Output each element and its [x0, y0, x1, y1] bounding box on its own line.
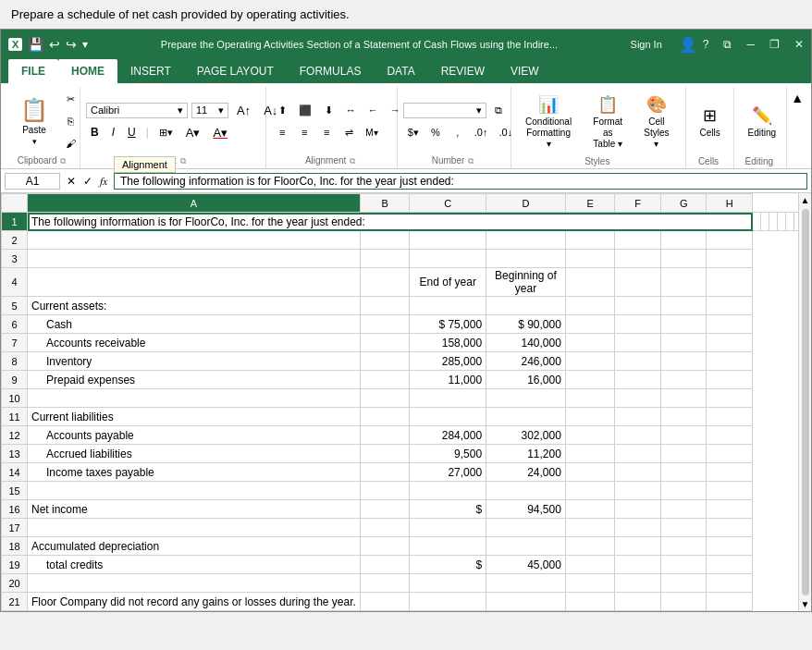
row-header-15[interactable]: 15	[2, 482, 28, 500]
tab-view[interactable]: VIEW	[498, 59, 552, 83]
cell-F20[interactable]	[615, 574, 660, 593]
vertical-scrollbar[interactable]: ▲ ▼	[798, 193, 811, 611]
cell-A15[interactable]	[28, 482, 361, 500]
cell-F4[interactable]	[615, 268, 660, 297]
paste-button[interactable]: 📋 Paste ▾	[12, 95, 56, 147]
cell-C18[interactable]	[410, 537, 486, 556]
cell-G12[interactable]	[660, 426, 706, 445]
increase-font-button[interactable]: A↑	[232, 100, 255, 120]
cell-E11[interactable]	[565, 408, 615, 426]
cell-D20[interactable]	[486, 574, 566, 593]
cell-C14[interactable]: 27,000	[410, 463, 486, 482]
row-header-7[interactable]: 7	[2, 334, 28, 352]
cell-D11[interactable]	[486, 408, 566, 426]
cell-H13[interactable]	[707, 445, 753, 463]
cell-A9[interactable]: Prepaid expenses	[28, 371, 361, 389]
cell-H5[interactable]	[707, 297, 753, 315]
row-header-18[interactable]: 18	[2, 537, 28, 556]
row-header-1[interactable]: 1	[2, 213, 28, 231]
row-header-21[interactable]: 21	[2, 593, 28, 611]
align-top-button[interactable]: ⬆	[272, 100, 292, 120]
cell-F3[interactable]	[615, 250, 660, 268]
cell-E2[interactable]	[565, 231, 615, 250]
cell-A16[interactable]: Net income	[28, 500, 361, 519]
cell-G6[interactable]	[660, 315, 706, 334]
cell-A4[interactable]	[28, 268, 361, 297]
cell-C2[interactable]	[410, 231, 486, 250]
cell-G14[interactable]	[660, 463, 706, 482]
alignment-expand-icon[interactable]: ⧉	[349, 155, 356, 166]
align-bottom-button[interactable]: ⬇	[318, 100, 338, 120]
text-direction-button[interactable]: ↔	[340, 100, 361, 120]
cell-A12[interactable]: Accounts payable	[28, 426, 361, 445]
ribbon-collapse-button[interactable]: ▲	[791, 87, 804, 105]
cell-B11[interactable]	[360, 408, 410, 426]
borders-button[interactable]: ⊞▾	[154, 122, 178, 142]
cell-C10[interactable]	[410, 389, 486, 408]
row-header-19[interactable]: 19	[2, 556, 28, 574]
cell-D15[interactable]	[486, 482, 566, 500]
cell-F6[interactable]	[615, 315, 660, 334]
cell-B6[interactable]	[360, 315, 410, 334]
restore-icon[interactable]: ⧉	[723, 38, 732, 51]
formula-input[interactable]	[114, 173, 807, 190]
cell-C3[interactable]	[410, 250, 486, 268]
redo-icon[interactable]: ↪	[66, 37, 77, 52]
number-expand-btn[interactable]: ⧉	[467, 155, 474, 166]
cell-H20[interactable]	[707, 574, 753, 593]
cell-G5[interactable]	[660, 297, 706, 315]
cell-D7[interactable]: 140,000	[486, 334, 566, 352]
tab-page-layout[interactable]: PAGE LAYOUT	[184, 59, 287, 83]
cell-D6[interactable]: $ 90,000	[486, 315, 566, 334]
cell-A7[interactable]: Accounts receivable	[28, 334, 361, 352]
cell-C19[interactable]: $	[410, 556, 486, 574]
tab-data[interactable]: DATA	[374, 59, 427, 83]
cell-D16[interactable]: 94,500	[486, 500, 566, 519]
col-header-d[interactable]: D	[486, 194, 566, 213]
cell-B7[interactable]	[360, 334, 410, 352]
cancel-formula-button[interactable]: ✕	[64, 175, 79, 188]
cell-G15[interactable]	[660, 482, 706, 500]
scroll-up-button[interactable]: ▲	[799, 193, 811, 207]
cell-F1[interactable]	[786, 213, 794, 231]
scroll-thumb[interactable]	[802, 209, 809, 595]
cell-B4[interactable]	[360, 268, 410, 297]
col-header-e[interactable]: E	[565, 194, 615, 213]
cell-B17[interactable]	[360, 519, 410, 537]
sign-in-link[interactable]: Sign In	[631, 39, 662, 50]
cell-C8[interactable]: 285,000	[410, 352, 486, 371]
cell-F5[interactable]	[615, 297, 660, 315]
cell-C5[interactable]	[410, 297, 486, 315]
row-header-17[interactable]: 17	[2, 519, 28, 537]
cell-H11[interactable]	[707, 408, 753, 426]
cell-B14[interactable]	[360, 463, 410, 482]
cell-E1[interactable]	[778, 213, 786, 231]
italic-button[interactable]: I	[107, 123, 119, 141]
cell-C9[interactable]: 11,000	[410, 371, 486, 389]
cell-H10[interactable]	[707, 389, 753, 408]
tab-insert[interactable]: INSERT	[117, 59, 184, 83]
cell-H18[interactable]	[707, 537, 753, 556]
row-header-5[interactable]: 5	[2, 297, 28, 315]
customize-icon[interactable]: ▾	[82, 38, 88, 51]
cell-F8[interactable]	[615, 352, 660, 371]
increase-decimal-button[interactable]: .0↑	[470, 122, 493, 142]
cell-A14[interactable]: Income taxes payable	[28, 463, 361, 482]
cell-F18[interactable]	[615, 537, 660, 556]
cell-E8[interactable]	[565, 352, 615, 371]
insert-function-button[interactable]: 𝑓𝑥	[97, 175, 110, 188]
format-painter-button[interactable]: 🖌	[60, 133, 80, 153]
cell-A19[interactable]: total credits	[28, 556, 361, 574]
cell-D12[interactable]: 302,000	[486, 426, 566, 445]
tab-formulas[interactable]: FORMULAS	[287, 59, 375, 83]
row-header-9[interactable]: 9	[2, 371, 28, 389]
cell-E18[interactable]	[565, 537, 615, 556]
cell-A10[interactable]	[28, 389, 361, 408]
cell-A5[interactable]: Current assets:	[28, 297, 361, 315]
cell-E15[interactable]	[565, 482, 615, 500]
cell-F15[interactable]	[615, 482, 660, 500]
align-center-button[interactable]: ≡	[294, 122, 314, 142]
cell-F12[interactable]	[615, 426, 660, 445]
cell-D17[interactable]	[486, 519, 566, 537]
cell-F11[interactable]	[615, 408, 660, 426]
